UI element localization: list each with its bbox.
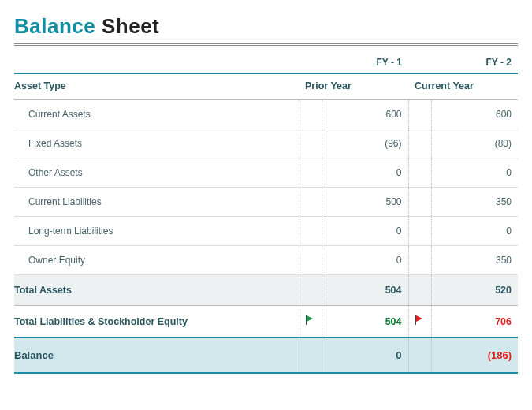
row-fy2: 350 <box>431 246 518 275</box>
col-asset-type: Asset Type <box>14 73 299 100</box>
total-assets-fy2: 520 <box>431 275 518 306</box>
table-row: Long-term Liabilities00 <box>14 217 518 246</box>
balance-fy1: 0 <box>322 337 408 373</box>
row-label: Fixed Assets <box>14 129 299 158</box>
flag-icon <box>415 315 425 325</box>
row-label: Other Assets <box>14 158 299 188</box>
balance-fy2: (186) <box>431 337 518 373</box>
balance-sheet-table: FY - 1 FY - 2 Asset Type Prior Year Curr… <box>14 49 518 374</box>
row-label: Current Liabilities <box>14 188 299 217</box>
total-equity-label: Total Liabilities & Stockholder Equity <box>14 306 299 338</box>
row-fy1: 0 <box>322 217 408 246</box>
row-label: Owner Equity <box>14 246 299 275</box>
col-current-year: Current Year <box>408 73 518 100</box>
col-fy2-label: FY - 2 <box>408 49 518 73</box>
page-title: Balance Sheet <box>14 14 518 46</box>
table-row: Owner Equity0350 <box>14 246 518 275</box>
header-row: Asset Type Prior Year Current Year <box>14 73 518 100</box>
equity-flag-fy1 <box>299 306 322 338</box>
table-row: Fixed Assets(96)(80) <box>14 129 518 158</box>
total-assets-fy1: 504 <box>322 275 408 306</box>
fiscal-year-row: FY - 1 FY - 2 <box>14 49 518 73</box>
table-row: Current Liabilities500350 <box>14 188 518 217</box>
col-fy1-label: FY - 1 <box>299 49 408 73</box>
title-rest: Sheet <box>102 14 159 38</box>
row-fy1: 0 <box>322 246 408 275</box>
row-fy1: (96) <box>322 129 408 158</box>
row-fy2: (80) <box>431 129 518 158</box>
total-equity-fy1: 504 <box>322 306 408 338</box>
col-prior-year: Prior Year <box>299 73 408 100</box>
row-fy2: 350 <box>431 188 518 217</box>
total-equity-row: Total Liabilities & Stockholder Equity 5… <box>14 306 518 338</box>
equity-flag-fy2 <box>408 306 431 338</box>
title-brand: Balance <box>14 14 95 38</box>
balance-row: Balance 0 (186) <box>14 337 518 373</box>
row-fy1: 0 <box>322 158 408 188</box>
total-equity-fy2: 706 <box>431 306 518 338</box>
row-fy1: 600 <box>322 100 408 129</box>
row-label: Current Assets <box>14 100 299 129</box>
table-row: Current Assets600600 <box>14 100 518 129</box>
row-fy2: 0 <box>431 217 518 246</box>
total-assets-label: Total Assets <box>14 275 299 306</box>
table-row: Other Assets00 <box>14 158 518 188</box>
row-fy2: 600 <box>431 100 518 129</box>
row-fy2: 0 <box>431 158 518 188</box>
row-label: Long-term Liabilities <box>14 217 299 246</box>
total-assets-row: Total Assets 504 520 <box>14 275 518 306</box>
row-fy1: 500 <box>322 188 408 217</box>
flag-icon <box>306 315 315 325</box>
balance-label: Balance <box>14 337 299 373</box>
